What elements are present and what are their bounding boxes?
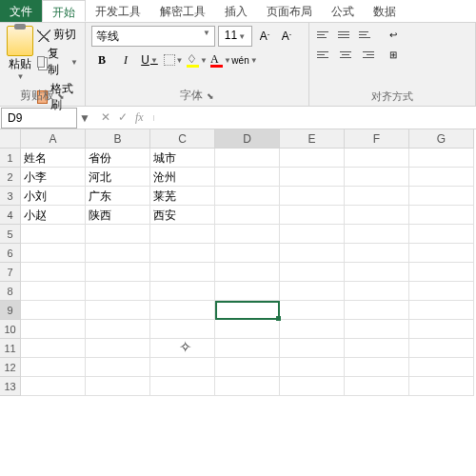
cell[interactable] xyxy=(280,339,345,358)
fx-button[interactable]: fx xyxy=(135,110,144,125)
cell[interactable] xyxy=(409,225,474,244)
tab-file[interactable]: 文件 xyxy=(0,0,42,22)
col-header[interactable]: E xyxy=(280,129,345,149)
align-top-button[interactable] xyxy=(315,26,334,43)
cell[interactable] xyxy=(21,301,86,320)
cell[interactable] xyxy=(86,358,150,377)
cell[interactable] xyxy=(345,225,409,244)
font-color-button[interactable]: A▼ xyxy=(210,50,231,70)
phonetic-button[interactable]: wén▼ xyxy=(234,50,255,70)
cell[interactable] xyxy=(86,225,150,244)
underline-button[interactable]: U▼ xyxy=(139,50,160,70)
cell[interactable] xyxy=(345,320,409,339)
tab-decrypt[interactable]: 解密工具 xyxy=(150,0,215,22)
cell[interactable] xyxy=(280,377,345,396)
cell[interactable] xyxy=(409,339,474,358)
cell[interactable] xyxy=(345,339,409,358)
cell[interactable] xyxy=(150,320,215,339)
cell[interactable] xyxy=(345,149,409,168)
cell[interactable]: 沧州 xyxy=(150,168,215,187)
bold-button[interactable]: B xyxy=(91,50,112,70)
cell[interactable] xyxy=(345,244,409,263)
cell[interactable] xyxy=(150,358,215,377)
active-cell[interactable] xyxy=(215,301,280,320)
font-name-select[interactable]: 等线▼ xyxy=(91,26,215,47)
cell[interactable] xyxy=(215,168,280,187)
italic-button[interactable]: I xyxy=(115,50,136,70)
col-header[interactable]: C xyxy=(150,129,215,149)
align-center-button[interactable] xyxy=(336,46,355,63)
tab-layout[interactable]: 页面布局 xyxy=(257,0,322,22)
cell[interactable] xyxy=(215,244,280,263)
tab-home[interactable]: 开始 xyxy=(42,0,86,22)
cell[interactable]: 小赵 xyxy=(21,206,86,225)
cell[interactable] xyxy=(215,263,280,282)
cell[interactable]: 省份 xyxy=(86,149,150,168)
cell[interactable] xyxy=(86,320,150,339)
cell[interactable] xyxy=(150,339,215,358)
cell[interactable] xyxy=(150,282,215,301)
tab-data[interactable]: 数据 xyxy=(364,0,406,22)
cell[interactable] xyxy=(150,301,215,320)
wrap-text-button[interactable]: ↩ xyxy=(387,26,407,43)
cell[interactable] xyxy=(86,282,150,301)
cell[interactable] xyxy=(280,149,345,168)
row-header[interactable]: 7 xyxy=(0,263,21,282)
cell[interactable] xyxy=(21,225,86,244)
align-middle-button[interactable] xyxy=(336,26,355,43)
cell[interactable] xyxy=(21,244,86,263)
cell[interactable] xyxy=(215,320,280,339)
cell[interactable] xyxy=(409,358,474,377)
cell[interactable] xyxy=(21,339,86,358)
cell[interactable] xyxy=(345,206,409,225)
row-header[interactable]: 11 xyxy=(0,339,21,358)
cell[interactable]: 小李 xyxy=(21,168,86,187)
cell[interactable]: 河北 xyxy=(86,168,150,187)
cancel-formula-button[interactable]: ✕ xyxy=(101,110,110,125)
cell[interactable] xyxy=(280,301,345,320)
row-header[interactable]: 2 xyxy=(0,168,21,187)
cell[interactable] xyxy=(150,225,215,244)
cell[interactable] xyxy=(280,206,345,225)
row-header[interactable]: 1 xyxy=(0,149,21,168)
tab-dev[interactable]: 开发工具 xyxy=(86,0,150,22)
cell[interactable] xyxy=(215,149,280,168)
cell[interactable] xyxy=(409,206,474,225)
cell[interactable] xyxy=(215,206,280,225)
row-header[interactable]: 5 xyxy=(0,225,21,244)
cell[interactable] xyxy=(86,339,150,358)
cell[interactable] xyxy=(215,187,280,206)
merge-button[interactable]: ⊞ xyxy=(387,46,407,63)
cell[interactable] xyxy=(409,301,474,320)
cell[interactable] xyxy=(409,244,474,263)
enter-formula-button[interactable]: ✓ xyxy=(118,110,128,125)
cell[interactable]: 小刘 xyxy=(21,187,86,206)
row-header[interactable]: 8 xyxy=(0,282,21,301)
cell[interactable] xyxy=(21,358,86,377)
row-header[interactable]: 10 xyxy=(0,320,21,339)
font-size-select[interactable]: 11▼ xyxy=(218,26,252,47)
cell[interactable] xyxy=(215,358,280,377)
cell[interactable] xyxy=(150,377,215,396)
row-header[interactable]: 9 xyxy=(0,301,21,320)
cell[interactable] xyxy=(86,301,150,320)
cell[interactable] xyxy=(345,377,409,396)
cell[interactable] xyxy=(345,358,409,377)
grow-font-button[interactable]: Aˆ xyxy=(255,27,274,46)
cell[interactable] xyxy=(345,263,409,282)
cell[interactable]: 莱芜 xyxy=(150,187,215,206)
cell[interactable] xyxy=(215,339,280,358)
tab-formula[interactable]: 公式 xyxy=(322,0,364,22)
cell[interactable] xyxy=(215,282,280,301)
cell[interactable] xyxy=(409,320,474,339)
align-left-button[interactable] xyxy=(315,46,334,63)
cell[interactable] xyxy=(86,377,150,396)
row-header[interactable]: 6 xyxy=(0,244,21,263)
fill-color-button[interactable]: ♢▼ xyxy=(187,50,208,70)
cell[interactable] xyxy=(409,263,474,282)
border-button[interactable]: ▼ xyxy=(163,50,184,70)
cut-button[interactable]: 剪切 xyxy=(36,26,79,44)
row-header[interactable]: 12 xyxy=(0,358,21,377)
cell[interactable] xyxy=(86,263,150,282)
align-bottom-button[interactable] xyxy=(357,26,376,43)
